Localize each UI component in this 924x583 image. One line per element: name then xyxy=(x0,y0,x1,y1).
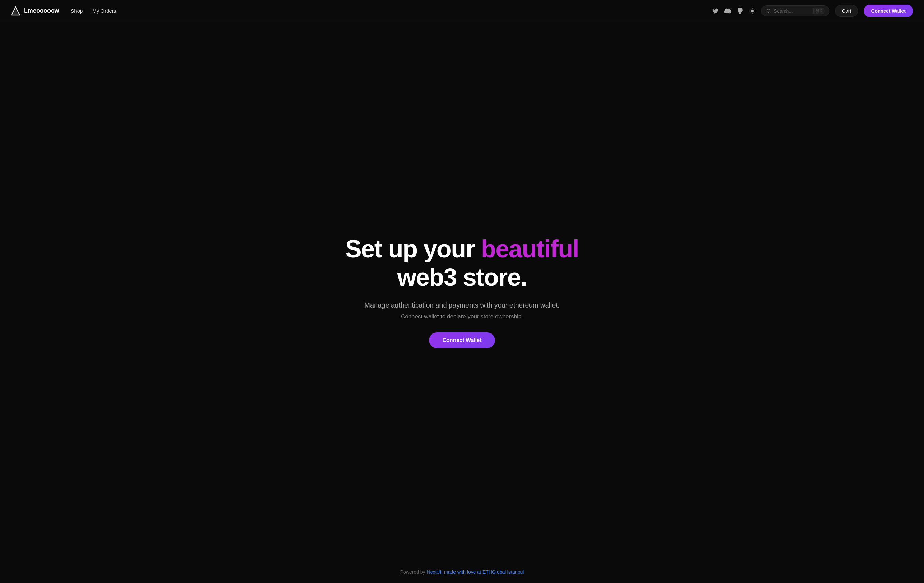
svg-line-5 xyxy=(750,8,750,9)
hero-heading-prefix: Set up your xyxy=(345,235,481,262)
cart-button[interactable]: Cart xyxy=(835,5,858,17)
hero-heading-suffix: web3 store. xyxy=(397,264,527,291)
footer: Powered by NextUI, made with love at ETH… xyxy=(0,561,924,583)
svg-point-2 xyxy=(751,9,754,12)
svg-point-11 xyxy=(767,9,770,12)
search-placeholder: Search... xyxy=(774,8,811,14)
social-icons xyxy=(712,8,756,14)
nav-link-shop[interactable]: Shop xyxy=(67,6,86,16)
hero-subtext2: Connect wallet to declare your store own… xyxy=(401,313,523,320)
brand[interactable]: Lmeooooow xyxy=(11,6,59,16)
theme-toggle-icon[interactable] xyxy=(749,8,756,14)
footer-link[interactable]: NextUI, made with love at ETHGlobal Ista… xyxy=(427,569,524,575)
brand-name: Lmeooooow xyxy=(24,7,59,14)
svg-line-6 xyxy=(754,13,754,13)
svg-line-10 xyxy=(754,8,754,9)
navbar: Lmeooooow Shop My Orders xyxy=(0,0,924,22)
svg-line-12 xyxy=(770,12,771,13)
nav-links: Shop My Orders xyxy=(67,6,119,16)
discord-icon[interactable] xyxy=(724,8,731,14)
connect-wallet-hero-button[interactable]: Connect Wallet xyxy=(429,333,495,348)
main-content: Set up your beautiful web3 store. Manage… xyxy=(0,22,924,561)
search-icon xyxy=(766,8,771,13)
nav-link-my-orders[interactable]: My Orders xyxy=(89,6,119,16)
svg-line-9 xyxy=(750,13,750,13)
footer-text-prefix: Powered by xyxy=(400,569,427,575)
hero-subtext: Manage authentication and payments with … xyxy=(364,300,559,311)
search-bar[interactable]: Search... ⌘K xyxy=(761,5,830,16)
brand-logo-icon xyxy=(11,6,20,16)
navbar-left: Lmeooooow Shop My Orders xyxy=(11,6,119,16)
twitter-icon[interactable] xyxy=(712,8,719,14)
hero-heading-highlight: beautiful xyxy=(481,235,579,262)
search-shortcut: ⌘K xyxy=(813,8,824,14)
github-icon[interactable] xyxy=(736,8,743,14)
connect-wallet-nav-button[interactable]: Connect Wallet xyxy=(863,5,913,17)
hero-heading: Set up your beautiful web3 store. xyxy=(345,235,579,292)
navbar-right: Search... ⌘K Cart Connect Wallet xyxy=(712,5,913,17)
